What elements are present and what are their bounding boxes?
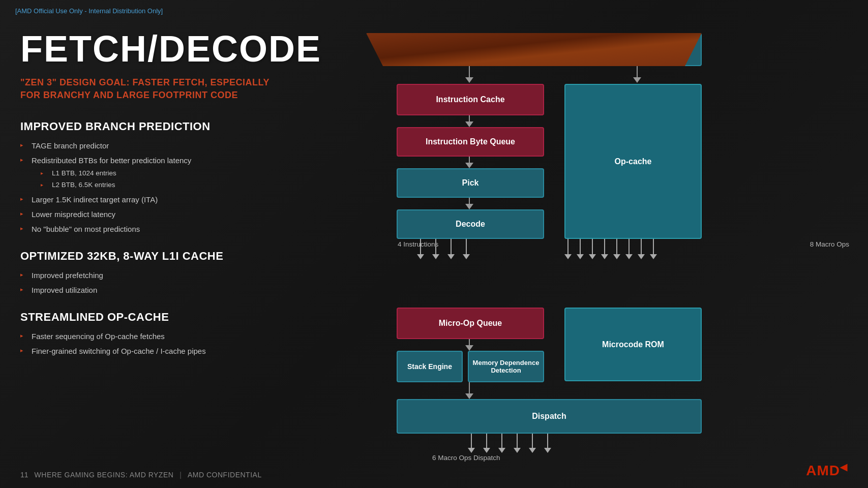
footer-text-2: AMD CONFIDENTIAL (188, 471, 262, 479)
arrows-from-decode (417, 239, 470, 259)
instruction-cache-box: Instruction Cache (397, 84, 544, 115)
arrow-pick-to-decode (465, 198, 473, 209)
arrow-opc-4 (601, 239, 608, 259)
pick-box: Pick (397, 168, 544, 198)
sub-bullet-1: L1 BTB, 1024 entries (41, 169, 346, 178)
arrow-disp-6 (544, 434, 551, 453)
bullet-1-2: Redistributed BTBs for better prediction… (20, 155, 346, 190)
sub-bullet-2: L2 BTB, 6.5K entries (41, 180, 346, 190)
arrow-ic-to-ibq (465, 115, 473, 127)
arrow-opc-3 (589, 239, 596, 259)
arrow-opc-6 (625, 239, 633, 259)
section-title-2: OPTIMIZED 32KB, 8-WAY L1I CACHE (20, 250, 346, 263)
bullet-2-1: Improved prefetching (20, 270, 346, 281)
arrow-decode-4 (463, 239, 470, 259)
instruction-byte-queue-box: Instruction Byte Queue (397, 127, 544, 157)
arrow-opc-8 (650, 239, 657, 259)
bullet-3-1: Faster sequencing of Op-cache fetches (20, 331, 346, 342)
main-title: FETCH/DECODE (20, 30, 346, 67)
footer-text-1: WHERE GAMING BEGINS: AMD RYZEN (35, 471, 174, 479)
amd-logo: AMD◀ (806, 462, 848, 479)
arrow-opc-1 (564, 239, 572, 259)
arrow-opc-5 (613, 239, 620, 259)
diagram-panel: Branch Prediction Instruction Cache Inst… (366, 33, 844, 470)
arrow-ibq-to-pick (465, 157, 473, 168)
label-8-macro-ops: 8 Macro Ops (810, 240, 849, 248)
arrow-disp-1 (468, 434, 475, 453)
arrow-disp-4 (514, 434, 521, 453)
memory-dependence-detection-box: Memory Dependence Detection (468, 351, 544, 382)
bullet-1-3: Larger 1.5K indirect target array (ITA) (20, 194, 346, 205)
decode-box: Decode (397, 209, 544, 239)
bullet-3-2: Finer-grained switching of Op-cache / I-… (20, 346, 346, 356)
micro-op-queue-box: Micro-Op Queue (397, 308, 544, 339)
section-title-3: STREAMLINED OP-CACHE (20, 311, 346, 324)
bullet-list-3: Faster sequencing of Op-cache fetches Fi… (20, 331, 346, 356)
arrow-decode-3 (447, 239, 455, 259)
arrow-decode-2 (432, 239, 439, 259)
section-branch-prediction: IMPROVED BRANCH PREDICTION TAGE branch p… (20, 120, 346, 234)
arrow-opc-7 (638, 239, 645, 259)
funnel-area (366, 33, 702, 66)
arrows-from-opcache (564, 239, 657, 259)
section-op-cache: STREAMLINED OP-CACHE Faster sequencing o… (20, 311, 346, 356)
top-notice: [AMD Official Use Only - Internal Distri… (15, 7, 163, 15)
bullet-list-2: Improved prefetching Improved utilizatio… (20, 270, 346, 295)
microcode-rom-box: Microcode ROM (564, 308, 702, 381)
arrow-disp-3 (498, 434, 505, 453)
bullet-2-2: Improved utilization (20, 285, 346, 295)
opcache-box: Op-cache (564, 84, 702, 239)
bullet-1-5: No "bubble" on most predictions (20, 224, 346, 234)
section-l1i-cache: OPTIMIZED 32KB, 8-WAY L1I CACHE Improved… (20, 250, 346, 295)
arrow-disp-2 (483, 434, 490, 453)
arrow-opc-2 (577, 239, 584, 259)
stack-engine-box: Stack Engine (397, 351, 463, 382)
arrow-bp-to-ic (465, 66, 473, 83)
label-6-macro-ops: 6 Macro Ops Dispatch (432, 454, 500, 462)
arrow-to-dispatch (465, 382, 473, 399)
arrow-bp-to-opcache (633, 66, 641, 83)
footer-separator: | (179, 471, 182, 479)
left-panel: FETCH/DECODE "ZEN 3" DESIGN GOAL: FASTER… (20, 30, 346, 372)
subtitle: "ZEN 3" DESIGN GOAL: FASTER FETCH, ESPEC… (20, 76, 346, 102)
slide: [AMD Official Use Only - Internal Distri… (0, 0, 868, 488)
bullet-1-1: TAGE branch predictor (20, 140, 346, 151)
bullet-list-1: TAGE branch predictor Redistributed BTBs… (20, 140, 346, 234)
bullet-1-4: Lower mispredict latency (20, 209, 346, 220)
footer: 11 WHERE GAMING BEGINS: AMD RYZEN | AMD … (20, 471, 262, 479)
dispatch-box: Dispatch (397, 399, 702, 434)
page-number: 11 (20, 471, 28, 479)
arrow-disp-5 (529, 434, 536, 453)
sub-list-1: L1 BTB, 1024 entries L2 BTB, 6.5K entrie… (41, 169, 346, 190)
arrow-decode-1 (417, 239, 424, 259)
section-title-1: IMPROVED BRANCH PREDICTION (20, 120, 346, 133)
arrow-moq-to-se (465, 339, 473, 351)
arrows-dispatch (468, 434, 551, 453)
